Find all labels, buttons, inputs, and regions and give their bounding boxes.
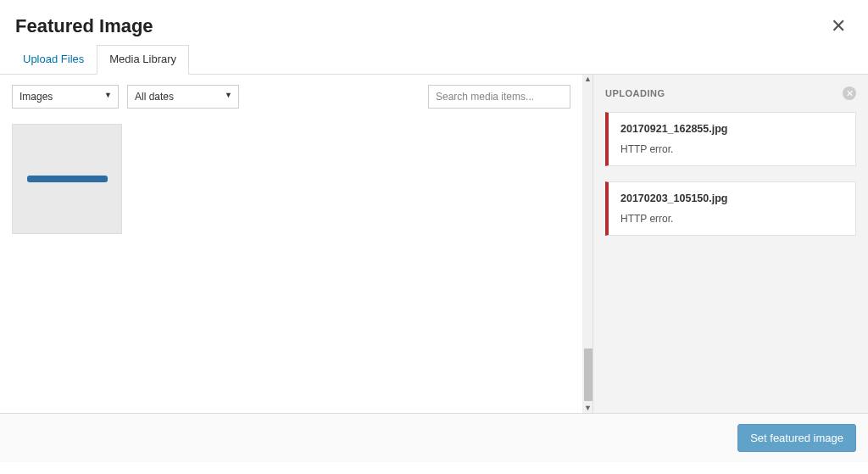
upload-error-item: 20170921_162855.jpg HTTP error. xyxy=(605,112,856,166)
scrollbar[interactable]: ▲ ▼ xyxy=(582,75,593,413)
scroll-up-icon[interactable]: ▲ xyxy=(584,75,592,83)
tab-media-library[interactable]: Media Library xyxy=(97,45,189,75)
tab-upload-files[interactable]: Upload Files xyxy=(10,45,97,75)
media-library-panel: Images All dates xyxy=(0,75,582,413)
scroll-down-icon[interactable]: ▼ xyxy=(584,404,592,412)
search-input[interactable] xyxy=(428,85,570,109)
modal-title: Featured Image xyxy=(15,15,153,37)
upload-error-text: HTTP error. xyxy=(620,213,843,225)
filter-type-select[interactable]: Images xyxy=(12,85,119,109)
sidebar-uploading: UPLOADING ✕ 20170921_162855.jpg HTTP err… xyxy=(593,75,868,413)
upload-filename: 20170203_105150.jpg xyxy=(620,192,843,204)
upload-progress-bar xyxy=(27,176,108,182)
close-icon[interactable]: ✕ xyxy=(826,15,851,37)
filter-date-select[interactable]: All dates xyxy=(127,85,239,109)
scroll-thumb[interactable] xyxy=(584,349,593,401)
media-thumbnail-uploading[interactable] xyxy=(12,124,122,234)
upload-error-item: 20170203_105150.jpg HTTP error. xyxy=(605,181,856,236)
upload-filename: 20170921_162855.jpg xyxy=(620,123,843,135)
dismiss-uploads-icon[interactable]: ✕ xyxy=(843,86,856,100)
tab-bar: Upload Files Media Library xyxy=(0,44,868,74)
sidebar-title: UPLOADING xyxy=(605,88,665,98)
set-featured-image-button[interactable]: Set featured image xyxy=(737,424,856,452)
modal-footer: Set featured image xyxy=(0,413,868,462)
upload-error-text: HTTP error. xyxy=(620,143,843,155)
